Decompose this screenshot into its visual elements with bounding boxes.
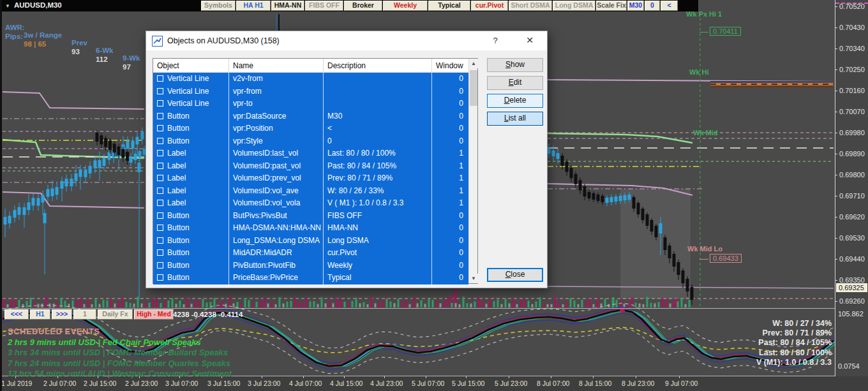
object-window-cell: 0 xyxy=(432,110,468,123)
object-row[interactable]: LabelVolumesID:last_volLast: 80 / 80 / 1… xyxy=(153,147,468,160)
object-type-cell: Vertical Line xyxy=(153,85,229,98)
indicator-values: 4238 -0.4238 -0.4114 xyxy=(173,311,243,318)
price-axis-label: 0.69530 xyxy=(839,234,865,242)
time-axis-label: 4 Jul 23:00 xyxy=(370,380,403,387)
object-row[interactable]: LabelVolumesID:prev_volPrev: 80 / 71 / 8… xyxy=(153,172,468,185)
objects-list[interactable]: Object Name Description Window Vertical … xyxy=(153,58,478,284)
object-row[interactable]: LabelVolumesID:past_volPast: 80 / 84 / 1… xyxy=(153,160,468,173)
object-checkbox[interactable] xyxy=(157,225,163,231)
toolbar-button-symbols[interactable]: Symbols xyxy=(201,1,236,11)
time-axis-label: 2 Jul 23:00 xyxy=(125,380,158,387)
toolbar-button-cur-pivot[interactable]: cur.Pivot xyxy=(471,1,508,11)
object-checkbox[interactable] xyxy=(157,163,163,169)
time-axis[interactable]: 1 Jul 20192 Jul 07:002 Jul 15:002 Jul 23… xyxy=(0,376,868,391)
object-type-cell: Label xyxy=(153,197,229,210)
object-name-cell: vpr-to xyxy=(229,98,324,110)
list-all-button[interactable]: List all xyxy=(487,112,543,126)
object-checkbox[interactable] xyxy=(157,262,163,269)
show-button[interactable]: Show xyxy=(487,58,543,72)
object-row[interactable]: ButtonPivButton:PivotFibWeekly0 xyxy=(153,260,468,272)
toolbar-button-scale-fix[interactable]: Scale Fix xyxy=(596,1,627,11)
object-name-cell: ButPivs:PivsBut xyxy=(229,210,324,223)
toolbar-button-broker[interactable]: Broker xyxy=(344,1,382,11)
object-checkbox[interactable] xyxy=(157,150,163,156)
time-axis-label: 8 Jul 07:00 xyxy=(537,380,569,387)
column-header-object[interactable]: Object xyxy=(153,59,229,72)
object-row[interactable]: ButtonHMA-DSMA-NN:HMA-NNHMA-NN0 xyxy=(153,222,468,235)
object-row[interactable]: ButtonLong_DSMA:Long DSMALong DSMA0 xyxy=(153,235,468,247)
price-axis-label: 0.69710 xyxy=(839,192,865,200)
list-scrollbar[interactable]: ▲ ▼ xyxy=(468,59,477,283)
close-button[interactable]: Close xyxy=(487,268,543,282)
price-axis[interactable]: 0.705200.704300.703400.702500.701600.700… xyxy=(835,0,868,376)
sub-toolbar-button-[interactable]: <<< xyxy=(4,309,29,320)
toolbar-button-weekly[interactable]: Weekly xyxy=(383,1,428,11)
scrollbar-thumb[interactable] xyxy=(470,70,477,106)
sub-toolbar-button-high-med[interactable]: High - Med xyxy=(134,309,174,320)
toolbar-button-short-dsma[interactable]: Short DSMA xyxy=(509,1,552,11)
toolbar-button-ha-h1[interactable]: HA H1 xyxy=(236,1,271,11)
scroll-up-icon[interactable]: ▲ xyxy=(469,59,478,68)
toolbar-button-long-dsma[interactable]: Long DSMA xyxy=(553,1,595,11)
dialog-titlebar[interactable]: Objects on AUDUSD,M30 (158) ? ✕ xyxy=(146,31,547,50)
object-name-cell: MidADR:MidADR xyxy=(229,247,324,260)
wk-level-dash xyxy=(835,3,868,4)
object-checkbox[interactable] xyxy=(157,88,163,94)
toolbar-button-0[interactable]: 0 xyxy=(645,1,660,11)
object-checkbox[interactable] xyxy=(157,113,163,119)
object-row[interactable]: ButtonMidADR:MidADRcur.Pivot0 xyxy=(153,247,468,260)
objects-list-header: Object Name Description Window xyxy=(153,59,477,73)
toolbar-button-hma-nn[interactable]: HMA-NN xyxy=(271,1,304,11)
object-row[interactable]: ButtonPriceBase:PivPriceTypical0 xyxy=(153,272,468,284)
column-header-window[interactable]: Window xyxy=(432,59,468,72)
column-header-name[interactable]: Name xyxy=(229,59,324,72)
price-axis-label: 0.70340 xyxy=(839,45,865,52)
object-row[interactable]: ButtonButPivs:PivsButFIBS OFF0 xyxy=(153,210,468,223)
object-row[interactable]: LabelVolumesID:vol_aveW: 80 / 26 / 33%1 xyxy=(153,185,468,198)
toolbar-button-fibs-off[interactable]: FIBS OFF xyxy=(305,1,343,11)
dialog-close-button[interactable]: ✕ xyxy=(521,35,538,45)
object-row[interactable]: Vertical Linev2v-from0 xyxy=(153,73,468,85)
object-checkbox[interactable] xyxy=(157,274,163,281)
help-button[interactable]: ? xyxy=(488,36,502,45)
object-type-cell: Vertical Line xyxy=(153,98,229,110)
object-name-cell: PivButton:PivotFib xyxy=(229,260,324,272)
object-row[interactable]: Vertical Linevpr-from0 xyxy=(153,85,468,98)
object-checkbox[interactable] xyxy=(157,175,163,181)
wk-mid-lo-price: 0.69433 xyxy=(710,254,742,263)
pips-9wk-value: 97 xyxy=(123,63,131,71)
object-row[interactable]: LabelVolumesID:vol_volaV ( M1 ): 1.0 / 0… xyxy=(153,197,468,210)
object-checkbox[interactable] xyxy=(157,200,163,206)
price-axis-label: 0.70250 xyxy=(839,66,865,73)
scroll-down-icon[interactable]: ▼ xyxy=(469,274,478,283)
object-row[interactable]: Buttonvpr:DataSourceM300 xyxy=(153,110,468,123)
column-header-description[interactable]: Description xyxy=(324,59,432,72)
object-checkbox[interactable] xyxy=(157,75,163,82)
sub-toolbar-button-[interactable]: >>> xyxy=(52,309,72,320)
toolbar-button-m30[interactable]: M30 xyxy=(627,1,644,11)
pips-label: Pips: xyxy=(5,33,23,40)
toolbar-button-typical[interactable]: Typical xyxy=(428,1,470,11)
price-axis-tick xyxy=(835,175,837,175)
delete-button[interactable]: Delete xyxy=(487,94,543,108)
subwindow-separator[interactable] xyxy=(0,308,835,309)
toolbar-button-[interactable]: < xyxy=(661,1,678,11)
collapse-triangle-icon[interactable]: ▼ xyxy=(5,3,10,9)
object-row[interactable]: Buttonvpr:Position<0 xyxy=(153,122,468,135)
sub-toolbar-button-h1[interactable]: H1 xyxy=(30,309,50,320)
object-checkbox[interactable] xyxy=(157,125,163,131)
object-type-cell: Button xyxy=(153,135,229,148)
sub-toolbar-button-1[interactable]: 1 xyxy=(73,309,96,320)
object-checkbox[interactable] xyxy=(157,138,163,144)
object-checkbox[interactable] xyxy=(157,249,163,256)
object-window-cell: 0 xyxy=(432,85,468,98)
object-checkbox[interactable] xyxy=(157,188,163,194)
object-row[interactable]: Vertical Linevpr-to0 xyxy=(153,98,468,110)
object-row[interactable]: Buttonvpr:Style00 xyxy=(153,135,468,148)
time-axis-tick xyxy=(551,376,551,378)
edit-button[interactable]: Edit xyxy=(487,76,543,90)
object-checkbox[interactable] xyxy=(157,237,163,244)
sub-toolbar-button-daily-fx[interactable]: Daily Fx xyxy=(98,309,133,320)
object-checkbox[interactable] xyxy=(157,100,163,107)
object-checkbox[interactable] xyxy=(157,212,163,219)
